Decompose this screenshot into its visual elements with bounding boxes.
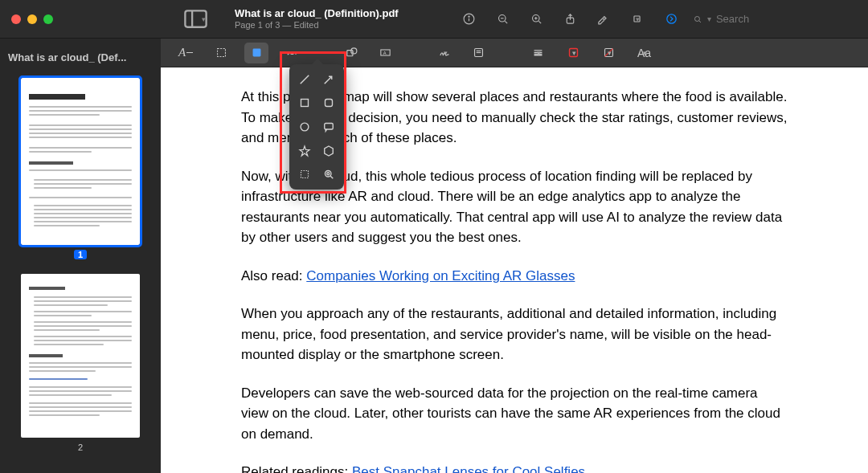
svg-line-44: [330, 176, 333, 178]
rotate-button[interactable]: ▾: [620, 7, 654, 31]
svg-rect-19: [252, 49, 260, 57]
svg-rect-38: [325, 123, 334, 129]
chevron-down-icon: ▾: [602, 15, 606, 23]
text: Related readings:: [241, 464, 352, 473]
selection-tool-button[interactable]: [209, 43, 233, 63]
chevron-down-icon: ▾: [572, 49, 576, 57]
shape-speech-bubble[interactable]: [318, 116, 339, 137]
shape-mask[interactable]: [294, 164, 315, 185]
svg-point-37: [301, 123, 309, 131]
info-button[interactable]: [452, 7, 485, 31]
shape-circle[interactable]: [294, 116, 315, 137]
toolbar-right: ▾ ▾ ▾: [452, 7, 868, 31]
svg-line-6: [505, 21, 507, 23]
search-field[interactable]: ▾: [688, 8, 857, 31]
highlight-button[interactable]: [654, 7, 688, 31]
svg-line-33: [301, 75, 309, 84]
search-icon: [693, 14, 702, 25]
paragraph: Related readings: Best Snapchat Lenses f…: [241, 462, 788, 473]
shape-line[interactable]: [294, 69, 315, 90]
note-button[interactable]: [466, 43, 490, 63]
svg-marker-39: [300, 146, 309, 156]
title-block: What is ar cloud_ (Definition).pdf Page …: [235, 8, 399, 31]
thumbnails-sidebar: What is ar cloud_ (Def... 1: [0, 39, 161, 473]
chevron-down-icon: ▾: [537, 49, 541, 57]
chevron-down-icon: ▾: [202, 15, 206, 23]
stroke-color-button[interactable]: ▾: [559, 43, 583, 63]
window-traffic-lights: [0, 14, 53, 24]
shape-loupe[interactable]: [318, 164, 339, 185]
svg-line-9: [538, 21, 541, 23]
paragraph: When you approach any of the restaurants…: [241, 304, 788, 365]
redact-tool-button[interactable]: [244, 43, 268, 63]
chevron-down-icon: ▾: [350, 49, 354, 57]
sign-button[interactable]: ▾: [431, 43, 455, 63]
document-title: What is ar cloud_ (Definition).pdf: [235, 8, 399, 20]
svg-point-42: [326, 171, 332, 177]
close-window-button[interactable]: [11, 14, 21, 24]
svg-point-16: [694, 16, 699, 21]
svg-rect-36: [326, 100, 333, 107]
svg-rect-41: [301, 171, 309, 178]
sidebar-toggle-button[interactable]: ▾: [182, 8, 211, 31]
svg-rect-18: [217, 49, 225, 57]
svg-point-43: [327, 173, 330, 175]
shapes-popover: [289, 64, 344, 190]
page-thumbnail-2[interactable]: [21, 274, 140, 438]
document-subtitle: Page 1 of 3 — Edited: [235, 20, 399, 31]
chevron-down-icon: ▾: [636, 15, 640, 23]
chevron-down-icon: ▾: [707, 14, 711, 23]
markup-toolbar: A ▾ A ▾ ▾ ▾ ▾ Aa▾: [161, 39, 868, 67]
svg-marker-40: [325, 146, 334, 156]
markup-toggle-button[interactable]: ▾: [587, 7, 620, 31]
sketch-tool-button[interactable]: [280, 43, 304, 63]
paragraph: Developers can save the web-sourced data…: [241, 383, 788, 445]
fill-color-button[interactable]: ▾: [595, 43, 619, 63]
page-thumbnail-1[interactable]: [21, 78, 140, 245]
share-button[interactable]: [553, 7, 587, 31]
font-button[interactable]: Aa▾: [630, 43, 654, 63]
minimize-window-button[interactable]: [27, 14, 37, 24]
svg-rect-35: [301, 100, 309, 107]
zoom-in-button[interactable]: [519, 7, 553, 31]
textbox-button[interactable]: A: [373, 43, 397, 63]
shape-square[interactable]: [294, 93, 315, 114]
page-number-badge: 1: [74, 250, 87, 259]
chevron-down-icon: ▾: [608, 49, 612, 57]
sidebar-header: What is ar cloud_ (Def...: [0, 39, 161, 68]
text-style-button[interactable]: A: [174, 43, 198, 63]
svg-point-4: [468, 16, 469, 17]
shape-arrow[interactable]: [318, 69, 339, 90]
shapes-button[interactable]: ▾: [338, 43, 362, 63]
chevron-down-icon: ▾: [444, 49, 448, 57]
fullscreen-window-button[interactable]: [43, 14, 53, 24]
zoom-out-button[interactable]: [485, 7, 519, 31]
link-ar-glasses[interactable]: Companies Working on Exciting AR Glasses: [306, 268, 575, 283]
paragraph: Also read: Companies Working on Exciting…: [241, 266, 788, 287]
page-number-label: 2: [78, 442, 83, 452]
shape-hexagon[interactable]: [318, 141, 339, 161]
svg-line-34: [325, 76, 332, 84]
svg-text:A: A: [383, 51, 386, 55]
text: Also read:: [241, 268, 306, 283]
document-page-view[interactable]: At this point, the map will show several…: [161, 67, 868, 473]
shape-star[interactable]: [294, 141, 315, 161]
shape-rounded-square[interactable]: [318, 93, 339, 114]
svg-line-17: [699, 20, 701, 22]
svg-point-15: [666, 14, 675, 23]
search-input[interactable]: [716, 13, 852, 25]
link-snapchat-lenses[interactable]: Best Snapchat Lenses for Cool Selfies: [352, 464, 585, 473]
border-style-button[interactable]: ▾: [524, 43, 548, 63]
titlebar: ▾ What is ar cloud_ (Definition).pdf Pag…: [0, 0, 868, 39]
chevron-down-icon: ▾: [643, 49, 647, 57]
